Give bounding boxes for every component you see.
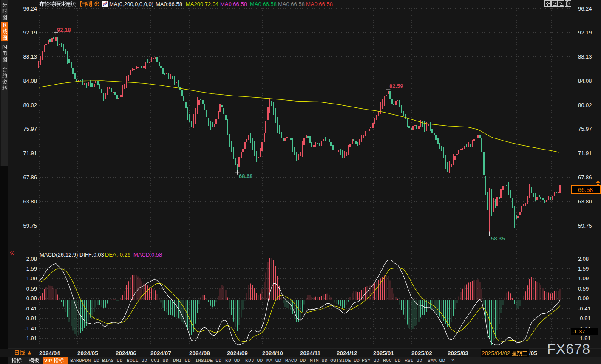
svg-text:0.59: 0.59 — [26, 285, 37, 292]
svg-text:SMA_UD: SMA_UD — [428, 358, 445, 363]
svg-text:1.09: 1.09 — [26, 275, 37, 282]
svg-text:MACD(26,12,9) DIFF:0.03: MACD(26,12,9) DIFF:0.03 — [40, 251, 104, 258]
svg-text:2024/10: 2024/10 — [262, 350, 283, 356]
svg-text:92.19: 92.19 — [578, 29, 592, 36]
svg-text:80.02: 80.02 — [578, 102, 592, 108]
svg-text:2025/02: 2025/02 — [411, 350, 432, 356]
svg-text:84.08: 84.08 — [23, 78, 37, 84]
svg-text:OUTSIDE_UD: OUTSIDE_UD — [330, 358, 360, 363]
svg-text:2.08: 2.08 — [26, 256, 37, 262]
svg-text:1.59: 1.59 — [26, 265, 37, 272]
svg-text:88.13: 88.13 — [578, 54, 592, 60]
svg-text:2024/09: 2024/09 — [227, 350, 248, 356]
svg-text:MA200:72.04: MA200:72.04 — [186, 1, 218, 7]
svg-text:1.09: 1.09 — [578, 275, 589, 282]
svg-text:PSY_UD: PSY_UD — [362, 358, 380, 363]
svg-text:KDJ_UD: KDJ_UD — [245, 358, 263, 363]
svg-text:59.75: 59.75 — [23, 223, 37, 229]
svg-text:88.13: 88.13 — [23, 54, 37, 60]
svg-text:MA0:66.58: MA0:66.58 — [278, 1, 305, 7]
svg-text:2024/08: 2024/08 — [189, 350, 210, 356]
svg-text:67.86: 67.86 — [578, 174, 592, 181]
svg-text:58.35: 58.35 — [491, 235, 505, 242]
svg-text:KD_UD: KD_UD — [225, 358, 240, 363]
svg-text:-0.41: -0.41 — [578, 305, 591, 312]
svg-text:2.08: 2.08 — [578, 256, 589, 262]
svg-text:2024/07: 2024/07 — [150, 350, 171, 356]
svg-text:0.09: 0.09 — [578, 295, 589, 302]
svg-text:-1.37: -1.37 — [572, 328, 585, 335]
svg-text:92.19: 92.19 — [23, 29, 37, 36]
svg-text:VIP: VIP — [44, 358, 52, 363]
svg-text:92.18: 92.18 — [57, 27, 71, 33]
svg-text:MA0:66.58: MA0:66.58 — [220, 1, 247, 7]
svg-text:59.75: 59.75 — [578, 223, 592, 229]
svg-text:MA0:66.58: MA0:66.58 — [250, 1, 277, 7]
svg-text:-0.91: -0.91 — [24, 315, 37, 322]
svg-text:71.91: 71.91 — [23, 150, 37, 156]
svg-text:0.59: 0.59 — [578, 285, 589, 292]
svg-text:BARUPDN_UD: BARUPDN_UD — [70, 358, 99, 363]
svg-text:MA0:66.58: MA0:66.58 — [306, 1, 333, 7]
svg-text:-1.91: -1.91 — [24, 335, 37, 341]
svg-text:MACD:0.58: MACD:0.58 — [133, 251, 162, 258]
svg-text:67.86: 67.86 — [23, 174, 37, 181]
svg-text:63.80: 63.80 — [23, 198, 37, 205]
svg-text:INSIDE_UD: INSIDE_UD — [195, 358, 221, 363]
svg-text:-1.41: -1.41 — [24, 325, 37, 332]
svg-text:2025/03: 2025/03 — [448, 350, 468, 356]
svg-text:84.08: 84.08 — [578, 78, 592, 84]
svg-text:71.91: 71.91 — [578, 150, 592, 156]
svg-text:MA_UD: MA_UD — [266, 358, 281, 363]
svg-text:2024/05: 2024/05 — [77, 350, 98, 356]
svg-text:82.59: 82.59 — [389, 83, 403, 89]
svg-text:DEA:-0.26: DEA:-0.26 — [105, 251, 130, 258]
svg-text:BOLL_UD: BOLL_UD — [127, 358, 147, 363]
svg-text:2025/04/02: 2025/04/02 — [482, 350, 510, 356]
svg-text:MA0:66.58: MA0:66.58 — [156, 1, 182, 7]
svg-text:K: K — [3, 23, 7, 28]
svg-text:DMI_UD: DMI_UD — [173, 358, 191, 363]
svg-text:68.68: 68.68 — [239, 173, 253, 179]
svg-text:-0.41: -0.41 — [24, 305, 37, 312]
svg-text:66.58: 66.58 — [578, 186, 593, 193]
svg-text:96.24: 96.24 — [23, 6, 37, 12]
svg-text:2024/04: 2024/04 — [39, 350, 60, 356]
svg-text:-0.91: -0.91 — [578, 315, 591, 322]
svg-text:RSI_UD: RSI_UD — [405, 358, 422, 363]
svg-text:»: » — [451, 357, 454, 363]
svg-text:BIAS_UD: BIAS_UD — [102, 358, 122, 363]
svg-text:0.09: 0.09 — [26, 295, 37, 302]
svg-text:80.02: 80.02 — [23, 102, 37, 108]
svg-text:96.24: 96.24 — [578, 6, 592, 12]
svg-text:2025/01: 2025/01 — [373, 350, 394, 356]
svg-text:2024/06: 2024/06 — [116, 350, 136, 356]
svg-text:2024/11: 2024/11 — [300, 350, 321, 356]
svg-text:63.80: 63.80 — [578, 198, 592, 205]
svg-text:75.97: 75.97 — [23, 126, 37, 132]
svg-text:2024/12: 2024/12 — [337, 350, 357, 356]
svg-text:CCI_UD: CCI_UD — [151, 358, 169, 363]
svg-text:1.59: 1.59 — [578, 265, 589, 272]
svg-text:MA(0,200,0,0,0,0): MA(0,200,0,0,0,0) — [109, 1, 153, 7]
svg-text:75.97: 75.97 — [578, 126, 592, 132]
svg-text:MACD_UD: MACD_UD — [285, 358, 306, 363]
svg-text:MTM_UD: MTM_UD — [310, 358, 328, 363]
svg-text:ROC_UD: ROC_UD — [383, 358, 401, 363]
